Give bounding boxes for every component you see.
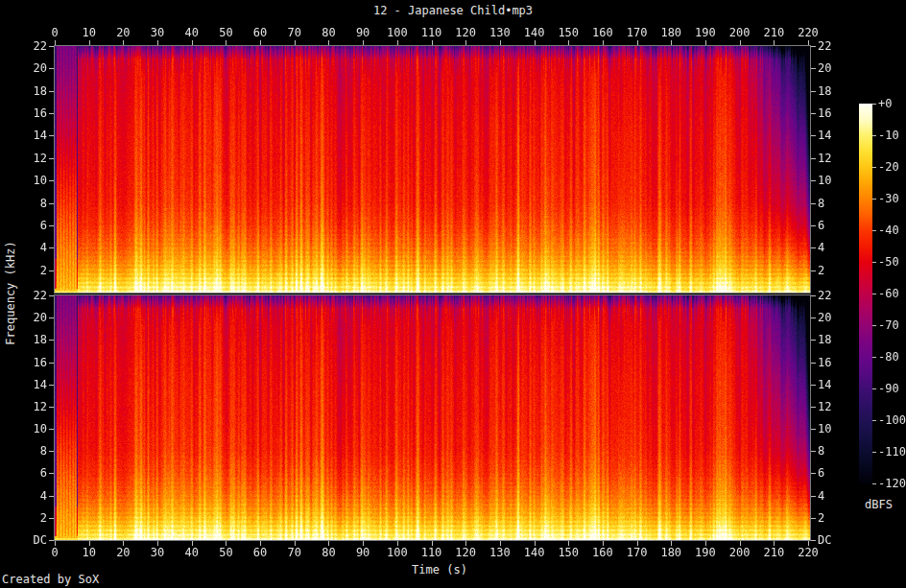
colorbar-tick <box>872 262 876 263</box>
time-tick-label: 220 <box>789 547 827 559</box>
time-tick <box>157 40 158 45</box>
frequency-tick <box>811 68 816 69</box>
frequency-tick-label: 18 <box>9 85 47 98</box>
colorbar-tick <box>872 452 876 453</box>
frequency-tick-label: 18 <box>818 334 856 346</box>
time-tick-label: 80 <box>309 27 347 39</box>
sox-spectrogram-window: 12 - Japanese Child•mp3 dBFS Frequency (… <box>0 0 906 588</box>
frequency-tick-label: 10 <box>818 175 856 187</box>
colorbar-tick-label: -90 <box>878 383 906 395</box>
frequency-tick-label: 22 <box>9 40 47 53</box>
frequency-tick <box>49 270 54 271</box>
frequency-tick <box>49 295 54 296</box>
time-tick-label: 20 <box>104 27 142 39</box>
frequency-tick <box>811 518 816 519</box>
time-tick <box>328 40 329 45</box>
time-tick <box>55 40 56 45</box>
time-tick <box>500 40 501 45</box>
colorbar-tick-label: -60 <box>878 288 906 300</box>
frequency-tick <box>49 135 54 136</box>
time-tick-label: 160 <box>584 547 622 559</box>
colorbar-tick <box>872 104 876 105</box>
time-tick-label: 30 <box>138 27 177 39</box>
frequency-tick <box>811 540 816 541</box>
frequency-tick-label: 8 <box>9 445 47 458</box>
frequency-tick-label: 12 <box>818 401 856 413</box>
time-tick-label: 30 <box>138 547 177 559</box>
time-tick <box>568 40 569 45</box>
frequency-dc-label: DC <box>818 534 856 547</box>
frequency-tick <box>49 518 54 519</box>
frequency-tick-label: 20 <box>9 62 47 75</box>
time-tick-label: 220 <box>789 27 827 39</box>
frequency-tick <box>49 385 54 386</box>
frequency-tick <box>811 429 816 430</box>
time-tick-label: 110 <box>413 27 451 39</box>
frequency-tick <box>811 295 816 296</box>
frequency-tick <box>811 363 816 364</box>
time-tick-label: 200 <box>721 547 759 559</box>
frequency-tick-label: 2 <box>818 265 856 277</box>
frequency-tick-label: 20 <box>818 62 856 75</box>
frequency-tick-label: 6 <box>818 467 856 480</box>
time-tick-label: 170 <box>618 547 656 559</box>
frequency-tick <box>49 451 54 452</box>
frequency-dc-label: DC <box>9 534 47 547</box>
frequency-tick <box>49 407 54 408</box>
frequency-tick-label: 14 <box>9 379 47 391</box>
frequency-tick-label: 10 <box>818 423 856 435</box>
time-tick <box>774 40 775 45</box>
frequency-tick <box>49 113 54 114</box>
frequency-tick-label: 20 <box>818 312 856 324</box>
frequency-tick <box>811 135 816 136</box>
time-tick <box>671 40 672 45</box>
colorbar-tick <box>872 388 876 389</box>
frequency-tick <box>49 68 54 69</box>
frequency-tick-label: 8 <box>9 198 47 210</box>
time-tick <box>808 40 809 45</box>
colorbar-tick-label: -100 <box>878 414 906 427</box>
frequency-tick <box>811 180 816 181</box>
time-tick-label: 90 <box>344 27 382 39</box>
frequency-tick-label: 12 <box>9 153 47 165</box>
frequency-tick <box>49 540 54 541</box>
time-tick-label: 170 <box>618 27 656 39</box>
time-tick <box>226 40 226 45</box>
colorbar-tick <box>872 483 876 484</box>
colorbar-tick-label: -70 <box>878 319 906 332</box>
frequency-tick <box>49 473 54 474</box>
time-tick-label: 180 <box>652 27 690 39</box>
colorbar-tick-label: -80 <box>878 351 906 364</box>
time-tick <box>192 40 193 45</box>
time-tick-label: 100 <box>378 547 417 559</box>
frequency-tick <box>49 496 54 497</box>
frequency-tick-label: 14 <box>818 129 856 142</box>
frequency-tick <box>811 385 816 386</box>
time-tick-label: 80 <box>309 547 347 559</box>
frequency-tick <box>811 318 816 318</box>
frequency-tick <box>49 180 54 181</box>
time-tick <box>705 40 706 45</box>
time-tick-label: 210 <box>754 547 793 559</box>
colorbar-tick-label: -20 <box>878 161 906 174</box>
time-tick-label: 50 <box>206 547 245 559</box>
frequency-tick <box>811 91 816 92</box>
time-tick-label: 100 <box>378 27 417 39</box>
time-tick-label: 140 <box>515 547 554 559</box>
time-tick <box>260 40 261 45</box>
time-tick-label: 190 <box>686 27 725 39</box>
time-tick-label: 0 <box>36 547 74 559</box>
frequency-tick-label: 2 <box>9 265 47 277</box>
time-tick <box>740 40 741 45</box>
colorbar-tick <box>872 325 876 326</box>
colorbar-tick <box>872 230 876 231</box>
time-tick-label: 200 <box>721 27 759 39</box>
colorbar-tick-label: -50 <box>878 256 906 269</box>
time-tick-label: 70 <box>275 27 314 39</box>
time-tick-label: 130 <box>481 547 519 559</box>
time-tick <box>123 40 124 45</box>
time-tick-label: 60 <box>241 27 279 39</box>
frequency-tick-label: 12 <box>818 153 856 165</box>
time-tick <box>397 40 398 45</box>
frequency-tick <box>49 225 54 226</box>
